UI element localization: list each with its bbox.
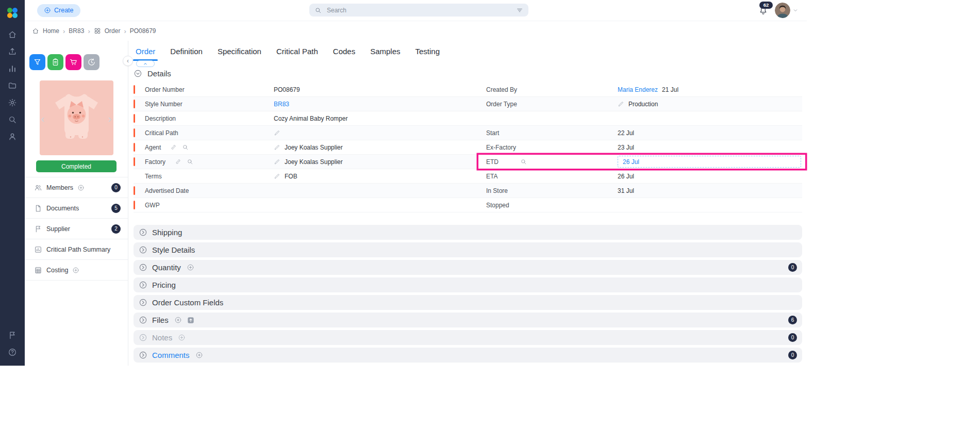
edit-icon[interactable]: [618, 101, 624, 107]
tab-specification[interactable]: Specification: [217, 45, 262, 61]
terms-value[interactable]: FOB: [285, 173, 297, 180]
nav-projects-flag-icon[interactable]: [0, 326, 25, 343]
style-number-link[interactable]: BR83: [274, 101, 289, 108]
chevron-down-circle-icon[interactable]: [134, 69, 142, 78]
section-comments[interactable]: Comments 0: [134, 348, 802, 363]
tab-codes[interactable]: Codes: [333, 45, 356, 61]
clipboard-button[interactable]: [47, 54, 63, 70]
filter-icon[interactable]: [516, 7, 523, 14]
upload-file-icon[interactable]: [187, 316, 195, 324]
edit-icon[interactable]: [274, 144, 280, 151]
app-logo[interactable]: [6, 6, 19, 20]
cart-button[interactable]: [65, 54, 81, 70]
panel-item-costing[interactable]: Costing: [25, 259, 128, 281]
app-sidebar: [0, 0, 25, 366]
add-note-icon[interactable]: [178, 334, 186, 341]
search-icon[interactable]: [187, 158, 193, 165]
chevron-right-circle-icon[interactable]: [139, 351, 147, 359]
chevron-right-circle-icon[interactable]: [139, 263, 147, 272]
edit-icon[interactable]: [274, 129, 280, 136]
nav-profile-icon[interactable]: [0, 128, 25, 145]
unlink-icon[interactable]: [170, 144, 177, 151]
add-file-icon[interactable]: [174, 316, 182, 324]
detail-row-description: Description Cozy Animal Baby Romper: [134, 111, 802, 126]
field-label: Critical Path: [145, 129, 178, 137]
home-icon[interactable]: [32, 27, 39, 35]
add-comment-icon[interactable]: [195, 351, 203, 359]
global-search[interactable]: [309, 4, 528, 17]
panel-item-documents[interactable]: Documents 5: [25, 198, 128, 218]
eta-value: 26 Jul: [618, 173, 634, 180]
breadcrumb-home[interactable]: Home: [43, 27, 59, 35]
search-icon[interactable]: [182, 144, 189, 151]
tab-order[interactable]: Order: [135, 45, 156, 61]
chevron-right-circle-icon[interactable]: [139, 245, 147, 254]
section-shipping[interactable]: Shipping: [134, 225, 802, 240]
chevron-right-circle-icon[interactable]: [139, 298, 147, 307]
order-type-value[interactable]: Production: [628, 101, 658, 108]
section-pricing[interactable]: Pricing: [134, 277, 802, 292]
add-costing-icon[interactable]: [72, 267, 79, 274]
product-image: ‹ ›: [40, 80, 113, 155]
section-notes[interactable]: Notes 0: [134, 330, 802, 345]
notifications-button[interactable]: 62: [758, 6, 768, 15]
create-button[interactable]: Create: [37, 4, 80, 17]
carousel-next-button[interactable]: ›: [107, 111, 113, 124]
field-label: Advertised Date: [145, 187, 189, 194]
edit-icon[interactable]: [274, 173, 280, 179]
chevron-right-circle-icon[interactable]: [139, 228, 147, 237]
edit-icon[interactable]: [274, 158, 280, 165]
details-section-header[interactable]: Details: [134, 69, 802, 78]
history-button[interactable]: [84, 54, 99, 70]
nav-home-icon[interactable]: [0, 26, 25, 43]
chevron-right-circle-icon[interactable]: [139, 316, 147, 324]
carousel-prev-button[interactable]: ‹: [40, 111, 46, 124]
created-by-link[interactable]: Maria Enderez: [618, 86, 658, 93]
tab-testing[interactable]: Testing: [415, 45, 441, 61]
nav-export-icon[interactable]: [0, 43, 25, 60]
panel-item-critical-path-summary[interactable]: Critical Path Summary: [25, 239, 128, 259]
collapse-panel-button[interactable]: ‹: [123, 56, 133, 66]
agent-value[interactable]: Joey Koalas Supplier: [285, 144, 343, 151]
section-order-custom-fields[interactable]: Order Custom Fields: [134, 295, 802, 310]
unlink-icon[interactable]: [175, 158, 181, 165]
funnel-icon: [33, 58, 42, 67]
section-files[interactable]: Files 6: [134, 313, 802, 327]
nav-settings-icon[interactable]: [0, 94, 25, 111]
cart-icon: [69, 58, 78, 67]
tab-definition[interactable]: Definition: [170, 45, 203, 61]
required-marker: [134, 186, 135, 195]
etd-date-field[interactable]: 26 Jul: [618, 156, 801, 168]
nav-folder-icon[interactable]: [0, 77, 25, 94]
field-label: Created By: [486, 86, 517, 93]
user-menu[interactable]: [775, 3, 799, 18]
chevron-right-circle-icon[interactable]: [139, 281, 147, 289]
techpack-button[interactable]: [29, 54, 45, 70]
factory-value[interactable]: Joey Koalas Supplier: [285, 158, 343, 166]
costing-table-icon: [34, 266, 42, 274]
add-member-icon[interactable]: [77, 184, 85, 191]
nav-analytics-icon[interactable]: [0, 60, 25, 77]
panel-item-label: Critical Path Summary: [46, 246, 110, 253]
status-badge[interactable]: Completed: [36, 160, 117, 172]
breadcrumb-order[interactable]: Order: [105, 27, 121, 35]
panel-item-members[interactable]: Members 0: [25, 177, 128, 198]
breadcrumb-style[interactable]: BR83: [69, 27, 84, 35]
section-quantity[interactable]: Quantity 0: [134, 260, 802, 275]
tab-samples[interactable]: Samples: [370, 45, 401, 61]
breadcrumb-separator: ›: [88, 27, 90, 35]
nav-search-icon[interactable]: [0, 111, 25, 128]
section-style-details[interactable]: Style Details: [134, 242, 802, 257]
search-icon[interactable]: [520, 158, 527, 165]
tab-bar: Order Definition Specification Critical …: [134, 45, 802, 61]
add-quantity-icon[interactable]: [187, 264, 194, 271]
left-panel: ‹: [25, 41, 128, 366]
panel-item-supplier[interactable]: Supplier 2: [25, 218, 128, 239]
breadcrumb: Home › BR83 › Order › PO08679: [25, 21, 807, 41]
collapse-tab-content-button[interactable]: [136, 60, 155, 67]
tab-critical-path[interactable]: Critical Path: [276, 45, 319, 61]
in-store-value: 31 Jul: [618, 187, 634, 194]
nav-help-icon[interactable]: [0, 343, 25, 360]
search-input[interactable]: [326, 6, 512, 14]
chevron-right-circle-icon[interactable]: [139, 333, 147, 342]
